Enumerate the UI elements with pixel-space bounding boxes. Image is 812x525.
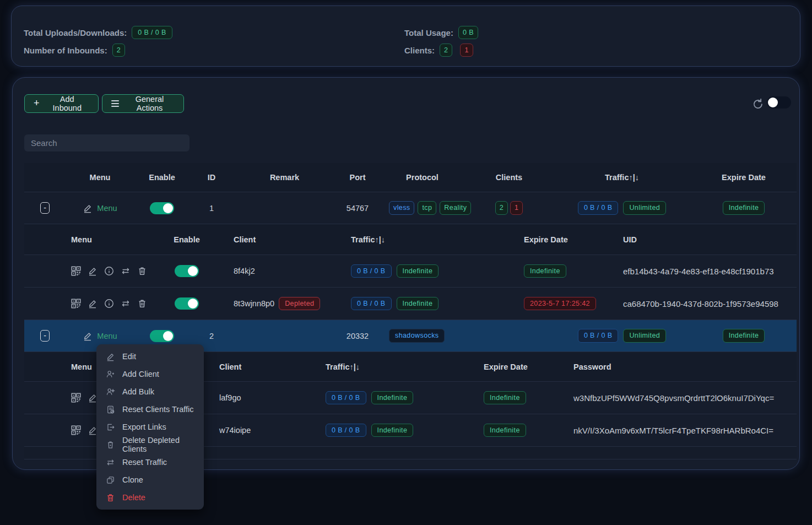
info-icon[interactable] <box>104 299 114 308</box>
enable-switch[interactable] <box>150 202 174 214</box>
menu-item-label: Edit <box>122 352 136 361</box>
menu-item-delete-depleted-clients[interactable]: Delete Depleted Clients <box>96 436 204 453</box>
qr-code-icon[interactable] <box>71 393 81 403</box>
inbound-id: 2 <box>190 332 234 340</box>
header-id: ID <box>190 173 234 182</box>
qr-code-icon[interactable] <box>71 425 81 435</box>
header-port: Port <box>335 173 380 182</box>
header-traffic[interactable]: Traffic↑|↓ <box>553 173 691 182</box>
client-password: w3NfbzUPf5WWd745Q8pvsmQrdrttT2lO6knuI7Di… <box>570 393 797 403</box>
header-menu: Menu <box>66 173 134 182</box>
dark-mode-toggle[interactable] <box>767 96 791 109</box>
delete-depleted-icon <box>106 440 115 450</box>
delete-icon <box>106 493 115 502</box>
search-input[interactable] <box>24 134 190 151</box>
plus-icon: + <box>34 98 40 109</box>
row-menu-button[interactable]: Menu <box>83 331 117 341</box>
row-menu-button[interactable]: Menu <box>83 203 117 213</box>
traffic-badge: 0 B / 0 B <box>351 297 392 311</box>
stat-label: Total Uploads/Downloads: <box>24 28 127 37</box>
header-traffic[interactable]: Traffic↑|↓ <box>322 235 487 244</box>
menu-item-export-links[interactable]: Export Links <box>96 418 204 436</box>
header-enable: Enable <box>134 173 190 182</box>
add-inbound-label: Add Inbound <box>45 95 89 112</box>
menu-item-add-bulk[interactable]: Add Bulk <box>96 383 204 400</box>
inbound-port: 20332 <box>335 332 380 340</box>
menu-item-edit[interactable]: Edit <box>96 348 204 365</box>
collapse-row-button[interactable]: - <box>40 330 50 342</box>
traffic-badge: 0 B / 0 B <box>326 424 366 437</box>
traffic-cap-badge: Indefinite <box>371 424 414 437</box>
clients-depleted-badge: 1 <box>510 201 523 215</box>
menu-item-add-client[interactable]: Add Client <box>96 365 204 383</box>
menu-item-label: Reset Traffic <box>122 458 167 467</box>
clone-icon <box>106 475 115 485</box>
edit-icon[interactable] <box>88 266 98 276</box>
refresh-icon[interactable] <box>751 98 764 110</box>
inbound-id: 1 <box>190 204 234 213</box>
traffic-badge: 0 B / 0 B <box>578 329 619 343</box>
protocol-badge: vless <box>389 201 414 215</box>
header-client: Client <box>212 362 308 371</box>
traffic-cap-badge: Indefinite <box>371 391 414 405</box>
reset-clients-traffic-icon <box>106 405 115 414</box>
menu-item-label: Reset Clients Traffic <box>122 405 193 414</box>
traffic-badge: 0 B / 0 B <box>326 391 366 405</box>
menu-item-clone[interactable]: Clone <box>96 471 204 489</box>
stat-clients: Clients: 2 1 <box>404 44 473 57</box>
trash-icon[interactable] <box>137 266 147 276</box>
inbound-row-1: - Menu 1 54767 vless tcp Reality 2 1 0 B… <box>24 192 797 224</box>
edit-icon[interactable] <box>88 299 98 308</box>
protocol-badge: tcp <box>418 201 436 215</box>
traffic-badge: 0 B / 0 B <box>351 264 392 278</box>
general-actions-label: General Actions <box>124 95 175 112</box>
menu-item-label: Delete <box>122 493 145 502</box>
client-uid: efb14b43-4a79-4e83-ef18-e48cf1901b73 <box>614 267 797 276</box>
clients-active-badge: 2 <box>495 201 508 215</box>
header-password: Password <box>570 362 797 371</box>
general-actions-button[interactable]: General Actions <box>102 94 184 113</box>
stat-total-uploads-downloads: Total Uploads/Downloads: 0 B / 0 B <box>24 26 172 39</box>
add-inbound-button[interactable]: + Add Inbound <box>24 94 99 113</box>
traffic-badge: 0 B / 0 B <box>578 201 619 215</box>
trash-icon[interactable] <box>137 299 147 308</box>
menu-item-delete[interactable]: Delete <box>96 489 204 506</box>
stat-label: Number of Inbounds: <box>24 46 107 55</box>
reset-traffic-icon[interactable] <box>121 266 131 276</box>
client-name: 8t3wjnn8p0 <box>234 299 274 308</box>
expire-badge: Indefinite <box>524 264 566 278</box>
menu-item-reset-traffic[interactable]: Reset Traffic <box>96 453 204 471</box>
menu-item-reset-clients-traffic[interactable]: Reset Clients Traffic <box>96 400 204 418</box>
enable-switch[interactable] <box>175 265 199 277</box>
minus-icon: - <box>44 332 46 339</box>
header-clients: Clients <box>465 173 553 182</box>
qr-code-icon[interactable] <box>71 266 81 276</box>
menu-lines-icon <box>111 100 119 107</box>
stat-badge: 0 B <box>458 26 478 40</box>
collapse-row-button[interactable]: - <box>40 202 50 214</box>
clients-active-badge: 2 <box>440 44 452 57</box>
header-expire-date: Expire Date <box>462 362 570 371</box>
client-password: nkV/I/3XoAm9v6xMT/T5lcrF4TpeTKF98rHARbRo… <box>570 426 797 435</box>
edit-icon <box>83 331 93 341</box>
client-row: 8t3wjnn8p0 Depleted 0 B / 0 B Indefinite… <box>24 288 797 320</box>
menu-item-label: Export Links <box>122 423 166 431</box>
reset-traffic-icon <box>106 458 115 467</box>
header-traffic[interactable]: Traffic↑|↓ <box>308 362 462 371</box>
enable-switch[interactable] <box>175 297 199 310</box>
reset-traffic-icon[interactable] <box>121 299 131 308</box>
traffic-cap-badge: Indefinite <box>397 297 439 311</box>
inbounds-header-row: Menu Enable ID Remark Port Protocol Clie… <box>24 163 797 192</box>
add-client-icon <box>106 370 115 379</box>
stat-label: Total Usage: <box>404 28 453 37</box>
minus-icon: - <box>44 204 46 212</box>
qr-code-icon[interactable] <box>71 299 81 308</box>
inbound-port: 54767 <box>335 204 380 213</box>
enable-switch[interactable] <box>150 330 174 342</box>
clients-depleted-badge: 1 <box>460 44 473 57</box>
stat-label: Clients: <box>404 46 435 55</box>
traffic-cap-badge: Indefinite <box>397 264 439 278</box>
header-enable: Enable <box>162 235 212 244</box>
client-row: 8f4kj2 0 B / 0 B Indefinite Indefinite e… <box>24 255 797 288</box>
info-icon[interactable] <box>104 266 114 276</box>
